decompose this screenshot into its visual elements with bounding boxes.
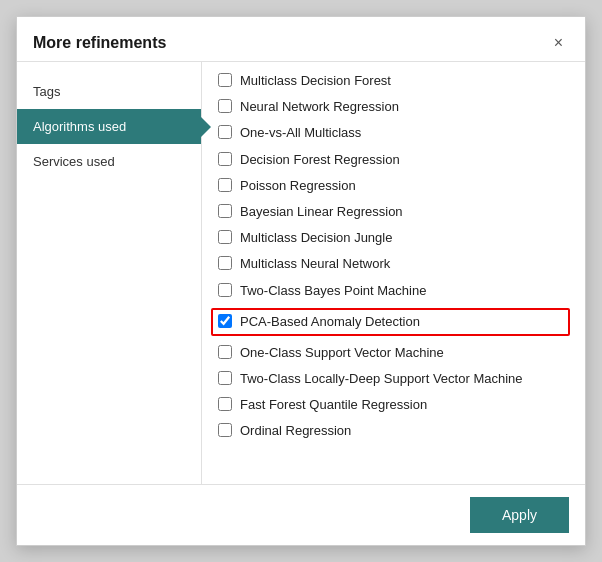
check-item-decision-forest-regression: Decision Forest Regression [218, 151, 575, 169]
check-item-pca-based-anomaly-detection: PCA-Based Anomaly Detection [211, 308, 570, 336]
dialog-title: More refinements [33, 34, 166, 52]
check-item-two-class-bayes-point-machine: Two-Class Bayes Point Machine [218, 282, 575, 300]
content-area: Multiclass Decision ForestNeural Network… [202, 62, 585, 484]
checklist: Multiclass Decision ForestNeural Network… [202, 62, 585, 484]
check-item-fast-forest-quantile-regression: Fast Forest Quantile Regression [218, 396, 575, 414]
check-label-multiclass-decision-forest: Multiclass Decision Forest [240, 72, 391, 90]
check-item-bayesian-linear-regression: Bayesian Linear Regression [218, 203, 575, 221]
checkbox-ordinal-regression[interactable] [218, 423, 232, 437]
checkbox-poisson-regression[interactable] [218, 178, 232, 192]
check-label-bayesian-linear-regression: Bayesian Linear Regression [240, 203, 403, 221]
check-label-poisson-regression: Poisson Regression [240, 177, 356, 195]
dialog-body: TagsAlgorithms usedServices used Multicl… [17, 62, 585, 484]
check-item-neural-network-regression: Neural Network Regression [218, 98, 575, 116]
check-item-one-vs-all-multiclass: One-vs-All Multiclass [218, 124, 575, 142]
checkbox-multiclass-decision-forest[interactable] [218, 73, 232, 87]
dialog-header: More refinements × [17, 17, 585, 62]
check-label-ordinal-regression: Ordinal Regression [240, 422, 351, 440]
check-label-neural-network-regression: Neural Network Regression [240, 98, 399, 116]
check-item-poisson-regression: Poisson Regression [218, 177, 575, 195]
check-label-one-vs-all-multiclass: One-vs-All Multiclass [240, 124, 361, 142]
dialog-footer: Apply [17, 484, 585, 545]
check-label-one-class-support-vector-machine: One-Class Support Vector Machine [240, 344, 444, 362]
check-label-two-class-locally-deep-svm: Two-Class Locally-Deep Support Vector Ma… [240, 370, 523, 388]
check-label-multiclass-neural-network: Multiclass Neural Network [240, 255, 390, 273]
check-label-two-class-bayes-point-machine: Two-Class Bayes Point Machine [240, 282, 426, 300]
checkbox-multiclass-decision-jungle[interactable] [218, 230, 232, 244]
checkbox-neural-network-regression[interactable] [218, 99, 232, 113]
sidebar-item-algorithms-used[interactable]: Algorithms used [17, 109, 201, 144]
check-label-multiclass-decision-jungle: Multiclass Decision Jungle [240, 229, 392, 247]
checkbox-fast-forest-quantile-regression[interactable] [218, 397, 232, 411]
checkbox-pca-based-anomaly-detection[interactable] [218, 314, 232, 328]
sidebar-item-services-used[interactable]: Services used [17, 144, 201, 179]
sidebar-item-tags[interactable]: Tags [17, 74, 201, 109]
check-item-multiclass-decision-forest: Multiclass Decision Forest [218, 72, 575, 90]
close-button[interactable]: × [548, 33, 569, 53]
checkbox-decision-forest-regression[interactable] [218, 152, 232, 166]
checkbox-bayesian-linear-regression[interactable] [218, 204, 232, 218]
check-item-multiclass-decision-jungle: Multiclass Decision Jungle [218, 229, 575, 247]
check-item-ordinal-regression: Ordinal Regression [218, 422, 575, 440]
check-item-one-class-support-vector-machine: One-Class Support Vector Machine [218, 344, 575, 362]
apply-button[interactable]: Apply [470, 497, 569, 533]
check-label-decision-forest-regression: Decision Forest Regression [240, 151, 400, 169]
checkbox-one-vs-all-multiclass[interactable] [218, 125, 232, 139]
more-refinements-dialog: More refinements × TagsAlgorithms usedSe… [16, 16, 586, 546]
checkbox-two-class-locally-deep-svm[interactable] [218, 371, 232, 385]
sidebar: TagsAlgorithms usedServices used [17, 62, 202, 484]
check-label-pca-based-anomaly-detection: PCA-Based Anomaly Detection [240, 313, 420, 331]
check-item-two-class-locally-deep-svm: Two-Class Locally-Deep Support Vector Ma… [218, 370, 575, 388]
check-item-multiclass-neural-network: Multiclass Neural Network [218, 255, 575, 273]
checkbox-one-class-support-vector-machine[interactable] [218, 345, 232, 359]
checkbox-two-class-bayes-point-machine[interactable] [218, 283, 232, 297]
check-label-fast-forest-quantile-regression: Fast Forest Quantile Regression [240, 396, 427, 414]
checkbox-multiclass-neural-network[interactable] [218, 256, 232, 270]
